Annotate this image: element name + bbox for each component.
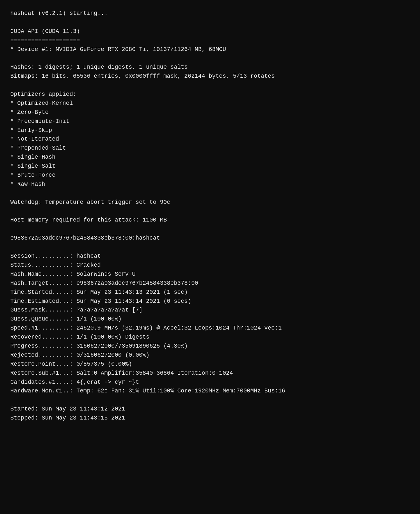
terminal-output: hashcat (v6.2.1) starting... CUDA API (C… [10, 9, 410, 423]
